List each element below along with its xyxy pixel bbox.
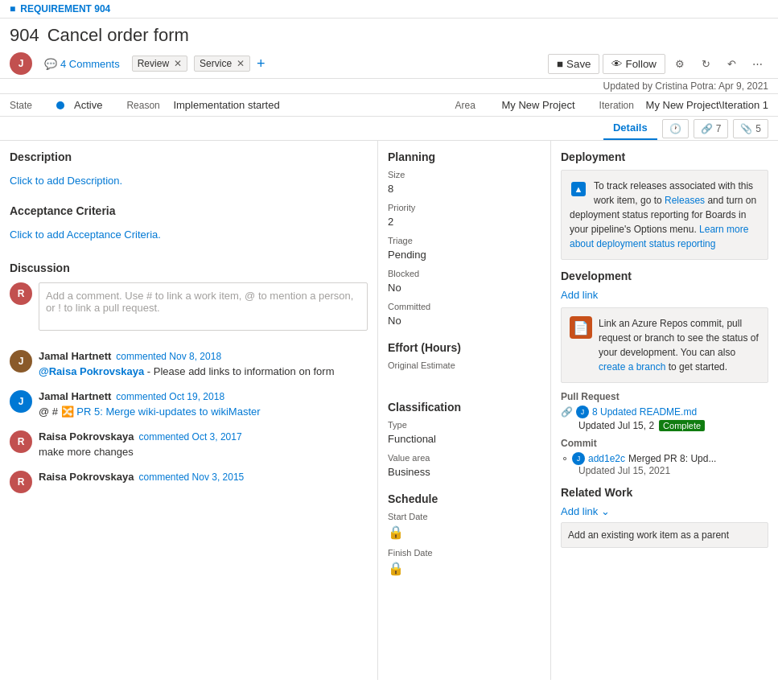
pr-label: Pull Request — [561, 391, 768, 402]
comment-author: Jamal Hartnett — [39, 350, 111, 362]
committed-value[interactable]: No — [388, 313, 541, 328]
comment-text: @ # 🔀 PR 5: Merge wiki-updates to wikiMa… — [39, 406, 368, 418]
follow-label: Follow — [625, 58, 657, 70]
comment-date[interactable]: commented Nov 3, 2015 — [139, 471, 245, 483]
settings-button[interactable]: ⚙ — [669, 52, 691, 75]
iteration-label: Iteration — [599, 100, 640, 111]
pr-avatar: J — [576, 406, 589, 418]
priority-value[interactable]: 2 — [388, 214, 541, 229]
service-tag-label: Service — [200, 58, 232, 69]
related-work-title: Related Work — [561, 486, 768, 499]
pr-link[interactable]: 🔀 PR 5: Merge wiki-updates to wikiMaster — [61, 406, 261, 418]
finish-date-icon[interactable]: 🔒 — [388, 559, 541, 578]
description-placeholder[interactable]: Click to add Description. — [10, 170, 368, 191]
refresh-button[interactable]: ↻ — [694, 52, 717, 75]
pr-entry: 🔗 J 8 Updated README.md — [561, 406, 768, 418]
attachments-icon: 📎 — [740, 123, 752, 134]
comment-header: Raisa Pokrovskaya commented Oct 3, 2017 — [39, 430, 368, 443]
comment-date[interactable]: commented Oct 19, 2018 — [116, 391, 224, 402]
comment-input-row: R Add a comment. Use # to link a work it… — [10, 282, 368, 337]
releases-link[interactable]: Releases — [665, 195, 705, 206]
undo-button[interactable]: ↶ — [720, 52, 743, 75]
discussion-section: Discussion R Add a comment. Use # to lin… — [10, 261, 368, 493]
current-user-avatar: R — [10, 282, 32, 305]
triage-value[interactable]: Pending — [388, 247, 541, 262]
tab-details[interactable]: Details — [603, 117, 657, 140]
service-tag-close[interactable]: ✕ — [237, 58, 245, 69]
tab-links[interactable]: 🔗 7 — [694, 119, 729, 138]
original-estimate-value[interactable] — [388, 372, 541, 388]
save-button[interactable]: ■ Save — [548, 54, 599, 74]
save-label: Save — [566, 58, 591, 70]
development-info-box: 📄 Link an Azure Repos commit, pull reque… — [561, 307, 768, 383]
comment-icon: 💬 — [44, 58, 57, 70]
commit-hash[interactable]: add1e2c — [588, 453, 625, 464]
more-button[interactable]: ⋯ — [746, 52, 768, 75]
blocked-value[interactable]: No — [388, 280, 541, 295]
area-group: Area My New Project — [455, 99, 575, 111]
comment-body: Raisa Pokrovskaya commented Nov 3, 2015 — [39, 471, 368, 493]
learn-more-link[interactable]: Learn more about deployment status repor… — [570, 224, 748, 249]
add-tag-button[interactable]: + — [257, 56, 266, 72]
comment-date[interactable]: commented Nov 8, 2018 — [116, 351, 221, 362]
value-area-value[interactable]: Business — [388, 464, 541, 480]
svg-text:📄: 📄 — [573, 320, 589, 336]
triage-label: Triage — [388, 236, 541, 245]
svg-text:▲: ▲ — [574, 184, 583, 194]
original-estimate-label: Original Estimate — [388, 360, 541, 370]
review-tag-close[interactable]: ✕ — [174, 58, 182, 69]
comment-content: - Please add links to information on for… — [147, 365, 335, 377]
requirement-icon: ■ — [10, 3, 15, 14]
planning-section: Planning Size 8 Priority 2 Triage Pendin… — [388, 150, 541, 328]
follow-button[interactable]: 👁 Follow — [603, 54, 665, 74]
start-date-icon[interactable]: 🔒 — [388, 523, 541, 541]
type-label: Type — [388, 420, 541, 430]
size-value[interactable]: 8 — [388, 181, 541, 196]
middle-panel: Planning Size 8 Priority 2 Triage Pendin… — [378, 141, 551, 680]
acceptance-criteria-placeholder[interactable]: Click to add Acceptance Criteria. — [10, 224, 368, 245]
git-icon: 📄 — [570, 316, 592, 343]
mention: @Raisa Pokrovskaya — [39, 365, 144, 377]
review-tag-label: Review — [138, 58, 169, 69]
comment-body: Raisa Pokrovskaya commented Oct 3, 2017 … — [39, 430, 368, 458]
area-label: Area — [455, 100, 496, 111]
service-tag: Service ✕ — [194, 56, 250, 72]
blocked-label: Blocked — [388, 269, 541, 278]
complete-badge: Complete — [659, 420, 705, 431]
finish-date-label: Finish Date — [388, 548, 541, 558]
comment-date[interactable]: commented Oct 3, 2017 — [139, 431, 242, 443]
commit-desc: Merged PR 8: Upd... — [628, 453, 716, 464]
related-work-placeholder: Add an existing work item as a parent — [568, 529, 729, 541]
state-dot — [56, 101, 64, 109]
requirement-title: REQUIREMENT 904 — [20, 3, 110, 14]
commit-entry: ⚬ J add1e2c Merged PR 8: Upd... — [561, 452, 768, 465]
development-title: Development — [561, 270, 768, 282]
add-link-button[interactable]: Add link — [561, 289, 598, 301]
tab-history[interactable]: 🕐 — [662, 119, 689, 138]
type-value[interactable]: Functional — [388, 431, 541, 447]
iteration-group: Iteration My New Project\Iteration 1 — [599, 99, 768, 111]
description-title: Description — [10, 150, 368, 163]
commenter-avatar: R — [10, 471, 32, 493]
acceptance-criteria-title: Acceptance Criteria — [10, 204, 368, 217]
comment-body: Jamal Hartnett commented Oct 19, 2018 @ … — [39, 390, 368, 418]
save-icon: ■ — [557, 58, 563, 70]
comment-item: R Raisa Pokrovskaya commented Nov 3, 201… — [10, 471, 368, 493]
comment-header: Raisa Pokrovskaya commented Nov 3, 2015 — [39, 471, 368, 483]
pr-entry-label[interactable]: 8 Updated README.md — [592, 406, 697, 418]
related-add-link-button[interactable]: Add link — [561, 505, 598, 517]
links-icon: 🔗 — [701, 123, 713, 134]
deploy-description: To track releases associated with this w… — [570, 180, 756, 249]
reason-group: Reason Implementation started — [126, 99, 279, 111]
priority-label: Priority — [388, 203, 541, 212]
comments-button[interactable]: 💬 4 Comments — [39, 56, 126, 72]
comment-item: R Raisa Pokrovskaya commented Oct 3, 201… — [10, 430, 368, 458]
reason-value: Implementation started — [173, 99, 279, 111]
toolbar: J 💬 4 Comments Review ✕ Service ✕ + ■ Sa… — [0, 49, 778, 79]
comment-author: Jamal Hartnett — [39, 390, 111, 402]
create-branch-link[interactable]: create a branch — [599, 361, 665, 373]
tab-attachments[interactable]: 📎 5 — [733, 119, 768, 138]
comment-header: Jamal Hartnett commented Nov 8, 2018 — [39, 350, 368, 362]
area-value: My New Project — [502, 99, 575, 111]
comment-input[interactable]: Add a comment. Use # to link a work item… — [39, 282, 368, 331]
